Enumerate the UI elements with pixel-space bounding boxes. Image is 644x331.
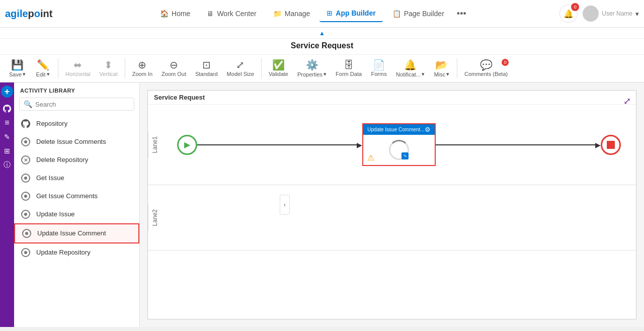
page-title: Service Request: [0, 39, 644, 55]
comments-icon: 💬: [480, 60, 493, 70]
arrowhead-2-icon: ▶: [595, 141, 601, 149]
user-menu[interactable]: User Name ▾: [583, 6, 639, 22]
horizontal-icon: ⬌: [73, 60, 82, 70]
list-item[interactable]: Update Issue: [14, 205, 139, 223]
flow-line-2: [436, 144, 597, 145]
list-item[interactable]: Get Issue: [14, 169, 139, 187]
nav-right: 🔔 0 User Name ▾: [559, 5, 639, 23]
arrow-2: ▶: [436, 141, 601, 149]
search-input[interactable]: [35, 101, 130, 108]
form-data-icon: 🗄: [344, 60, 354, 70]
monitor-icon: 🖥: [207, 10, 214, 18]
misc-button[interactable]: 📂 Misc ▾: [430, 58, 454, 79]
list-icon-button[interactable]: ≡: [1, 117, 13, 129]
stop-icon: [607, 141, 615, 149]
canvas-title: Service Request: [148, 91, 636, 105]
nav-work-center[interactable]: 🖥 Work Center: [200, 6, 263, 22]
chevron-down-icon: ▾: [635, 10, 639, 18]
folder-icon: 📁: [273, 10, 282, 18]
lane-2-content: [162, 185, 636, 251]
list-item[interactable]: Delete Issue Comments: [14, 133, 139, 151]
save-arrow-icon: ▾: [23, 71, 26, 77]
sidebar-icons: + ≡ ✎ ⊞ ⓘ: [0, 82, 14, 327]
search-box[interactable]: 🔍: [19, 98, 134, 111]
lane-2: Lane2: [148, 185, 636, 251]
edit-arrow-icon: ▾: [47, 71, 50, 77]
properties-button[interactable]: ⚙️ Properties ▾: [293, 58, 331, 79]
edit-icon: ✏️: [37, 60, 49, 70]
user-name: User Name: [602, 10, 632, 17]
zoom-in-icon: ⊕: [138, 60, 146, 70]
logo-text: agilepoint: [5, 8, 52, 20]
github-icon-button[interactable]: [1, 103, 13, 115]
gear-icon[interactable]: ⚙: [425, 126, 431, 133]
forms-icon: 📄: [373, 60, 385, 70]
play-icon: ▶: [184, 140, 190, 149]
validate-icon: ✅: [272, 60, 285, 70]
grid-icon-button[interactable]: ⊞: [1, 145, 13, 157]
main-layout: + ≡ ✎ ⊞ ⓘ ACTIVITY LIBRARY 🔍 Repository: [0, 82, 644, 327]
end-node[interactable]: [601, 135, 621, 155]
arrowhead-icon: ▶: [357, 141, 362, 149]
task-badge-icon: ✎: [401, 152, 409, 159]
page-icon: 📋: [392, 10, 401, 18]
warning-icon: ⚠: [367, 153, 374, 162]
form-data-button[interactable]: 🗄 Form Data: [332, 58, 366, 79]
task-header: Update Issue Comment... ⚙: [363, 124, 434, 135]
delete-repository-icon: ✕: [20, 154, 31, 166]
model-size-button[interactable]: ⤢ Model Size: [223, 58, 258, 79]
notif-arrow-icon: ▾: [422, 71, 425, 77]
activity-list: Repository Delete Issue Comments ✕ Delet…: [14, 115, 139, 327]
collapse-panel-button[interactable]: ‹: [280, 195, 290, 215]
repository-icon: [20, 118, 31, 129]
get-issue-icon: [20, 173, 31, 184]
update-repository-icon: [20, 247, 31, 258]
zoom-out-button[interactable]: ⊖ Zoom Out: [157, 58, 190, 79]
list-item[interactable]: Get Issue Comments: [14, 187, 139, 205]
toolbar: 💾 Save ▾ ✏️ Edit ▾ ⬌ Horizontal ⬍ Vertic…: [0, 55, 644, 82]
chevron-bar: ▲: [0, 28, 644, 39]
lane-1-label: Lane1: [148, 131, 162, 158]
activity-panel: ACTIVITY LIBRARY 🔍 Repository Delete: [14, 82, 140, 327]
nav-app-builder[interactable]: ⊞ App Builder: [319, 5, 382, 22]
vertical-icon: ⬍: [104, 60, 113, 70]
info-icon-button[interactable]: ⓘ: [1, 159, 13, 171]
zoom-in-button[interactable]: ⊕ Zoom In: [128, 58, 156, 79]
lane-1-content: ▶ ▶ Update Issue Comment... ⚙: [162, 112, 636, 178]
collapse-nav-button[interactable]: ▲: [319, 30, 325, 37]
task-node[interactable]: Update Issue Comment... ⚙ ✎ ⚠: [362, 123, 435, 166]
standard-button[interactable]: ⊡ Standard: [191, 58, 222, 79]
avatar: [583, 6, 599, 22]
canvas-container: Service Request ⤢ Lane1 ▶ ▶: [147, 90, 636, 319]
nav-manage[interactable]: 📁 Manage: [266, 6, 317, 22]
edit-button[interactable]: ✏️ Edit ▾: [31, 58, 55, 79]
update-issue-comment-icon: [21, 228, 32, 239]
start-node[interactable]: ▶: [177, 135, 197, 155]
list-item[interactable]: Update Issue Comment: [14, 223, 139, 243]
zoom-out-icon: ⊖: [170, 60, 178, 70]
update-issue-icon: [20, 209, 31, 220]
top-nav: agilepoint 🏠 Home 🖥 Work Center 📁 Manage…: [0, 0, 644, 28]
vertical-button: ⬍ Vertical: [96, 58, 122, 79]
validate-button[interactable]: ✅ Validate: [265, 58, 292, 79]
nav-home[interactable]: 🏠 Home: [153, 6, 197, 22]
properties-arrow-icon: ▾: [324, 71, 327, 77]
standard-icon: ⊡: [202, 60, 211, 70]
forms-button[interactable]: 📄 Forms: [367, 58, 391, 79]
pencil-icon-button[interactable]: ✎: [1, 131, 13, 143]
horizontal-button: ⬌ Horizontal: [61, 58, 95, 79]
notification-button[interactable]: 🔔 0: [559, 5, 578, 23]
save-button[interactable]: 💾 Save ▾: [5, 58, 30, 79]
toolbar-separator-2: [125, 58, 125, 78]
list-item[interactable]: Repository: [14, 115, 139, 133]
model-size-icon: ⤢: [236, 60, 245, 70]
nav-more-button[interactable]: •••: [454, 6, 469, 22]
list-item[interactable]: Update Repository: [14, 243, 139, 262]
add-activity-button[interactable]: +: [1, 86, 13, 98]
list-item[interactable]: ✕ Delete Repository: [14, 151, 139, 169]
home-icon: 🏠: [160, 10, 169, 18]
comments-badge: 0: [502, 59, 509, 66]
comments-button[interactable]: 💬 Comments (Beta) 0: [460, 58, 512, 79]
notifications-button[interactable]: 🔔 Notificat... ▾: [392, 58, 429, 79]
nav-page-builder[interactable]: 📋 Page Builder: [385, 6, 451, 22]
